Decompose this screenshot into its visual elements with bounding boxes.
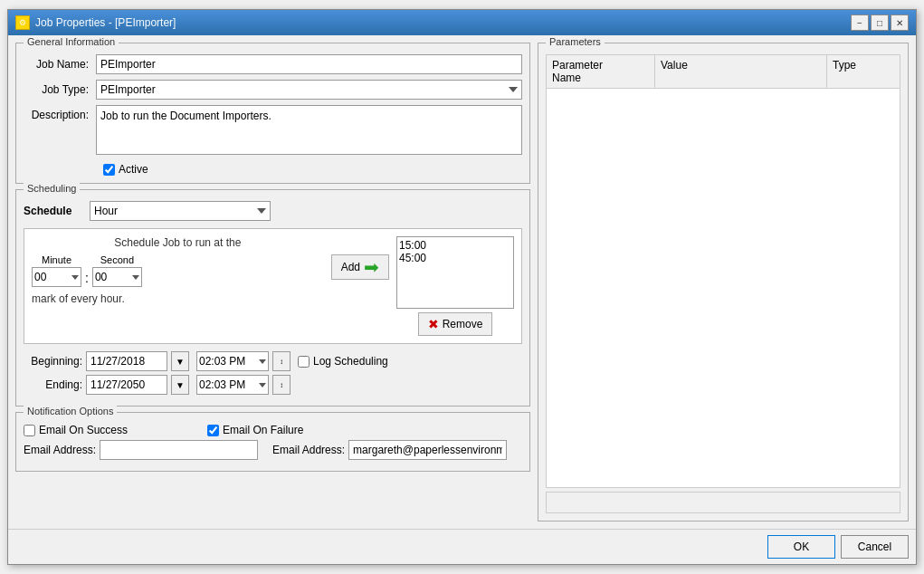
params-container: ParameterName Value Type <box>546 54 900 513</box>
window-controls: − □ ✕ <box>851 14 909 31</box>
email-failure-label: Email On Failure <box>223 424 303 436</box>
email-addr-success-input[interactable] <box>100 440 258 460</box>
scheduling-section-title: Scheduling <box>24 183 80 194</box>
schedule-inner-box: Schedule Job to run at the Minute 00 15 … <box>24 228 522 344</box>
schedule-run-text: Schedule Job to run at the <box>32 236 324 249</box>
log-scheduling-label: Log Scheduling <box>313 355 388 368</box>
parameters-section: Parameters ParameterName Value Type <box>538 43 909 521</box>
minute-label: Minute <box>42 254 71 265</box>
title-bar: ⚙ Job Properties - [PEImporter] − □ ✕ <box>8 10 916 35</box>
notification-section: Notification Options Email On Success Em… <box>15 412 530 472</box>
job-type-label: Job Type: <box>24 83 96 96</box>
email-addr-success-col: Email Address: <box>24 440 258 460</box>
minute-select[interactable]: 00 15 30 45 <box>32 267 81 287</box>
email-addr-success-label: Email Address: <box>24 444 96 456</box>
close-button[interactable]: ✕ <box>891 14 909 31</box>
maximize-button[interactable]: □ <box>871 14 889 31</box>
ending-time-spin[interactable]: ↕ <box>272 375 291 395</box>
second-label: Second <box>100 254 134 265</box>
minimize-button[interactable]: − <box>851 14 869 31</box>
log-checkbox-row: Log Scheduling <box>298 355 388 368</box>
minute-second-row: Minute 00 15 30 45 : <box>32 254 324 287</box>
general-section-title: General Information <box>24 36 119 47</box>
time-separator: : <box>85 271 89 285</box>
schedule-label: Schedule <box>24 205 82 217</box>
log-scheduling-checkbox[interactable] <box>298 356 310 368</box>
schedule-left: Schedule Job to run at the Minute 00 15 … <box>32 236 324 305</box>
add-button[interactable]: Add ➡ <box>331 254 389 280</box>
date-section: Beginning: ▼ 02:03 PM ↕ Log Scheduling <box>24 351 522 395</box>
job-name-input[interactable] <box>96 54 522 74</box>
left-panel: General Information Job Name: Job Type: … <box>15 43 530 521</box>
schedule-select[interactable]: Hour Minute Day Week Month <box>90 201 271 221</box>
email-success-label: Email On Success <box>39 424 128 436</box>
email-options-row: Email On Success Email On Failure <box>24 424 522 436</box>
params-body <box>546 89 900 488</box>
email-success-col: Email On Success <box>24 424 128 436</box>
general-info-section: General Information Job Name: Job Type: … <box>15 43 530 184</box>
list-item: 45:00 <box>399 252 511 264</box>
email-success-checkbox[interactable] <box>24 425 35 436</box>
beginning-date-input[interactable] <box>86 351 167 371</box>
window-title: Job Properties - [PEImporter] <box>35 16 176 29</box>
job-type-row: Job Type: PEImporter <box>24 80 522 100</box>
notification-section-title: Notification Options <box>24 406 117 416</box>
active-label: Active <box>119 163 148 176</box>
beginning-time-select[interactable]: 02:03 PM <box>196 351 269 371</box>
add-btn-container: Add ➡ <box>331 236 389 280</box>
schedule-inner-layout: Schedule Job to run at the Minute 00 15 … <box>32 236 514 336</box>
beginning-date-picker[interactable]: ▼ <box>171 351 189 371</box>
list-item: 15:00 <box>399 239 511 252</box>
ok-button[interactable]: OK <box>767 535 835 559</box>
description-row: Description: Job to run the Document Imp… <box>24 105 522 158</box>
title-bar-left: ⚙ Job Properties - [PEImporter] <box>15 15 176 30</box>
add-arrow-icon: ➡ <box>364 258 379 276</box>
ending-label: Ending: <box>24 378 82 391</box>
schedule-right: 15:00 45:00 ✖ Remove <box>396 236 514 336</box>
remove-x-icon: ✖ <box>428 317 439 331</box>
ending-date-picker[interactable]: ▼ <box>171 375 189 395</box>
beginning-row: Beginning: ▼ 02:03 PM ↕ Log Scheduling <box>24 351 522 371</box>
email-failure-col: Email On Failure <box>207 424 303 436</box>
add-label: Add <box>341 261 360 273</box>
remove-label: Remove <box>443 318 483 330</box>
job-name-row: Job Name: <box>24 54 522 74</box>
schedule-times-list[interactable]: 15:00 45:00 <box>396 236 514 309</box>
window-icon: ⚙ <box>15 15 30 30</box>
mark-text: mark of every hour. <box>32 292 125 305</box>
email-failure-checkbox[interactable] <box>207 425 219 436</box>
second-select[interactable]: 00 15 30 45 <box>92 267 142 287</box>
ending-time-select[interactable]: 02:03 PM <box>196 375 269 395</box>
param-type-header: Type <box>827 55 900 88</box>
mark-text-row: mark of every hour. <box>32 292 324 305</box>
beginning-label: Beginning: <box>24 355 82 368</box>
email-addr-failure-label: Email Address: <box>272 444 345 456</box>
scheduling-section: Scheduling Schedule Hour Minute Day Week… <box>15 189 530 407</box>
email-address-row: Email Address: Email Address: <box>24 440 522 460</box>
active-checkbox[interactable] <box>103 164 115 176</box>
main-content: General Information Job Name: Job Type: … <box>8 35 916 529</box>
remove-button[interactable]: ✖ Remove <box>418 312 493 336</box>
parameters-section-title: Parameters <box>546 36 605 47</box>
job-name-label: Job Name: <box>24 58 96 71</box>
param-name-header: ParameterName <box>547 55 655 88</box>
main-window: ⚙ Job Properties - [PEImporter] − □ ✕ Ge… <box>7 9 917 565</box>
params-header: ParameterName Value Type <box>546 54 900 89</box>
email-addr-failure-col: Email Address: <box>272 440 507 460</box>
params-bottom-input[interactable] <box>546 492 900 513</box>
beginning-time-spin[interactable]: ↕ <box>272 351 291 371</box>
active-row: Active <box>103 163 522 176</box>
bottom-bar: OK Cancel <box>8 529 916 564</box>
email-addr-failure-input[interactable] <box>348 440 507 460</box>
description-label: Description: <box>24 109 96 121</box>
job-type-select[interactable]: PEImporter <box>96 80 522 100</box>
param-value-header: Value <box>655 55 827 88</box>
cancel-button[interactable]: Cancel <box>841 535 909 559</box>
right-panel: Parameters ParameterName Value Type <box>538 43 909 521</box>
description-textarea[interactable]: Job to run the Document Importers. <box>96 105 522 155</box>
ending-row: Ending: ▼ 02:03 PM ↕ <box>24 375 522 395</box>
ending-date-input[interactable] <box>86 375 167 395</box>
schedule-type-row: Schedule Hour Minute Day Week Month <box>24 201 522 221</box>
